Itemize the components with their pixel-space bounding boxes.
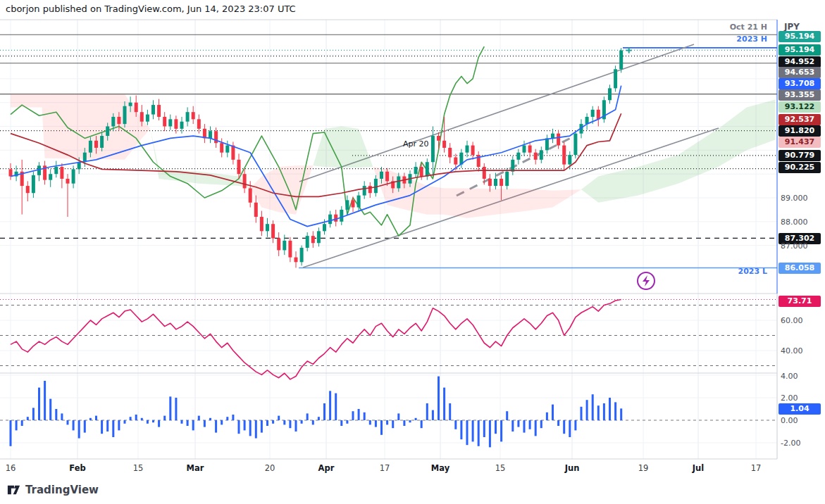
- candle-body: [237, 160, 241, 174]
- hist-bar: [244, 420, 246, 430]
- hist-bar: [495, 420, 497, 434]
- candle-body: [157, 105, 161, 117]
- hist-bar: [438, 377, 440, 420]
- hist-bar: [61, 413, 63, 420]
- hist-bar: [552, 405, 554, 420]
- hist-bar: [586, 400, 588, 420]
- time-tick-label: 16: [6, 463, 16, 473]
- time-tick-label: 17: [380, 463, 390, 473]
- time-tick-label: Mar: [187, 463, 204, 473]
- ichimoku-cloud: [747, 100, 776, 151]
- hist-bar: [44, 381, 46, 420]
- hist-bar: [95, 416, 97, 420]
- candle-body: [294, 258, 298, 263]
- candle-body: [60, 167, 63, 179]
- hist-bar: [118, 420, 120, 430]
- hist-bar: [32, 408, 35, 420]
- hist-bar: [124, 420, 126, 424]
- hist-bar: [204, 420, 206, 427]
- hist-bar: [295, 420, 297, 431]
- oct-2021-high-label: Oct 21 H: [730, 23, 767, 32]
- tradingview-brand-text: TradingView: [25, 484, 99, 496]
- hist-bar: [27, 417, 29, 420]
- price-badge: 94.952: [779, 56, 821, 68]
- hist-bar: [489, 420, 491, 447]
- candle-body: [106, 127, 109, 137]
- price-badge: 92.537: [779, 114, 821, 125]
- hist-bar: [301, 420, 303, 424]
- time-tick-label: Jun: [565, 463, 580, 473]
- hist-bar: [21, 420, 23, 426]
- time-tick-label: 15: [133, 463, 144, 473]
- candle-body: [254, 203, 258, 217]
- candle-body: [345, 200, 349, 210]
- hist-bar: [466, 420, 469, 445]
- candle-body: [225, 146, 229, 153]
- price-tick-label: 40.00: [781, 346, 803, 355]
- hist-bar: [500, 420, 502, 441]
- candle-body: [231, 146, 235, 160]
- hist-bar: [454, 420, 457, 429]
- price-tick-label: 60.00: [781, 316, 803, 325]
- hist-bar: [358, 409, 360, 420]
- price-tick-label: 0.00: [781, 416, 798, 425]
- candle-body: [174, 119, 178, 129]
- hist-bar: [581, 407, 583, 420]
- hist-bar: [478, 420, 480, 446]
- candle-body: [573, 134, 577, 155]
- hist-bar: [278, 416, 280, 420]
- candle-body: [140, 112, 144, 122]
- hist-bar: [318, 417, 320, 420]
- flash-idea-icon[interactable]: [638, 272, 655, 289]
- year-2023-high-label: 2023 H: [736, 34, 767, 44]
- candle-body: [516, 153, 520, 160]
- candle-body: [340, 210, 343, 222]
- ichimoku-cloud: [11, 94, 42, 107]
- hist-bar: [483, 420, 485, 437]
- hist-bar: [364, 412, 366, 420]
- hist-bar: [506, 411, 508, 420]
- hist-bar: [609, 398, 611, 420]
- price-badge: 91.820: [779, 125, 821, 137]
- candle-body: [135, 103, 138, 113]
- candle-body: [186, 112, 190, 122]
- candle-body: [54, 167, 58, 174]
- candle-body: [500, 179, 503, 186]
- hist-bar: [187, 420, 189, 426]
- hist-bar: [415, 418, 417, 420]
- chart-canvas[interactable]: [0, 0, 825, 504]
- ichimoku-cloud: [553, 189, 582, 207]
- candle-body: [277, 239, 280, 251]
- price-tick-label: 87.000: [781, 241, 808, 251]
- candle-body: [357, 196, 361, 208]
- ichimoku-cloud: [467, 188, 496, 218]
- hist-bar: [614, 402, 616, 420]
- candle-body: [374, 179, 378, 193]
- ichimoku-cloud: [496, 189, 525, 215]
- price-tick-label: 2.00: [781, 393, 798, 403]
- hist-bar: [323, 403, 325, 420]
- hist-bar: [421, 420, 423, 428]
- price-badge: 95.194: [779, 31, 821, 42]
- hist-bar: [472, 420, 474, 441]
- hist-bar: [386, 420, 388, 424]
- candle-body: [437, 136, 440, 141]
- candle-body: [283, 241, 286, 251]
- candle-body: [129, 103, 132, 106]
- candle-body: [220, 143, 223, 153]
- price-axis-currency[interactable]: JPY: [784, 22, 800, 32]
- price-badge: 94.653: [779, 67, 821, 78]
- hist-bar: [266, 420, 268, 426]
- time-tick-label: 20: [265, 463, 275, 473]
- hist-bar: [426, 403, 428, 420]
- candle-body: [483, 167, 486, 179]
- candle-body: [151, 105, 155, 115]
- candle-body: [111, 117, 115, 127]
- candle-body: [385, 172, 389, 182]
- ichimoku-cloud: [142, 119, 150, 138]
- footer-brand[interactable]: TradingView: [7, 484, 99, 496]
- hist-bar: [443, 388, 445, 420]
- hist-bar: [335, 393, 337, 420]
- candle-body: [323, 224, 326, 231]
- candle-body: [334, 215, 337, 222]
